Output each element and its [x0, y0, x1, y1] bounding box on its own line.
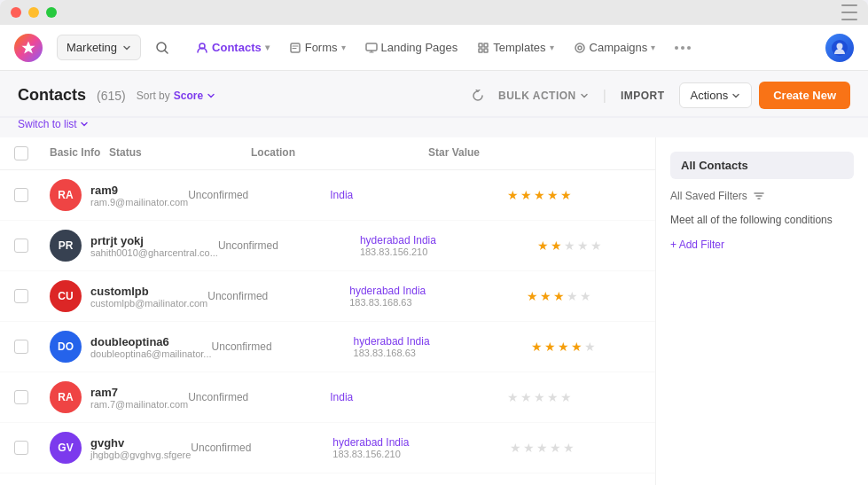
empty-star[interactable]: ★ — [567, 289, 578, 303]
empty-star[interactable]: ★ — [534, 390, 545, 404]
empty-star[interactable]: ★ — [510, 441, 521, 455]
nav-items: Contacts ▾ Forms ▾ Landing Pages — [187, 35, 700, 59]
empty-star[interactable]: ★ — [580, 289, 591, 303]
filled-star[interactable]: ★ — [553, 289, 565, 303]
add-filter-button[interactable]: + Add Filter — [670, 239, 854, 251]
bulk-chevron-icon — [580, 91, 589, 100]
empty-star[interactable]: ★ — [523, 441, 535, 455]
contact-info: RA ram7 ram.7@mailinator.com — [50, 381, 188, 413]
star-rating[interactable]: ★★★★★ — [507, 390, 655, 404]
table-header: Basic Info Status Location Star Value — [0, 137, 655, 170]
filled-star[interactable]: ★ — [537, 239, 549, 253]
maximize-button[interactable] — [46, 7, 57, 18]
star-rating[interactable]: ★★★★★ — [527, 289, 655, 303]
header-basic-info: Basic Info — [50, 146, 109, 160]
filled-star[interactable]: ★ — [547, 188, 559, 202]
sort-by: Sort by Score — [137, 90, 215, 102]
templates-chevron: ▾ — [550, 43, 554, 52]
window-chrome — [0, 0, 868, 25]
contact-location: hyderabad India 183.83.156.210 — [360, 234, 537, 257]
sub-header: Contacts (615) Sort by Score BULK ACTION… — [0, 71, 868, 116]
bulk-action-button[interactable]: BULK ACTION — [491, 86, 596, 106]
row-checkbox[interactable] — [14, 289, 28, 303]
landing-pages-nav-label: Landing Pages — [381, 41, 458, 54]
filled-star[interactable]: ★ — [560, 188, 572, 202]
filled-star[interactable]: ★ — [507, 188, 519, 202]
empty-star[interactable]: ★ — [590, 239, 602, 253]
location-city: hyderabad India — [354, 335, 531, 348]
actions-button[interactable]: Actions — [679, 82, 753, 108]
row-checkbox[interactable] — [14, 239, 28, 253]
filled-star[interactable]: ★ — [527, 289, 538, 303]
contact-avatar: PR — [50, 230, 82, 262]
create-new-button[interactable]: Create New — [759, 82, 850, 109]
import-button[interactable]: IMPORT — [614, 86, 672, 106]
nav-item-templates[interactable]: Templates ▾ — [468, 35, 562, 59]
empty-star[interactable]: ★ — [560, 390, 572, 404]
filled-star[interactable]: ★ — [534, 188, 545, 202]
contact-details: doubleoptina6 doubleoptina6@mailinator..… — [90, 335, 212, 359]
empty-star[interactable]: ★ — [550, 441, 561, 455]
filled-star[interactable]: ★ — [551, 239, 562, 253]
contact-email: ram.9@mailinator.com — [90, 197, 188, 207]
filled-star[interactable]: ★ — [540, 289, 551, 303]
marketing-dropdown[interactable]: Marketing — [57, 35, 141, 60]
header-star-value: Star Value — [428, 146, 606, 160]
table-section: Basic Info Status Location Star Value RA… — [0, 137, 655, 485]
refresh-icon[interactable] — [472, 90, 484, 102]
all-contacts-filter[interactable]: All Contacts — [670, 152, 854, 179]
sort-by-label: Sort by — [137, 90, 170, 102]
nav-item-forms[interactable]: Forms ▾ — [280, 35, 355, 59]
hamburger-icon[interactable] — [841, 3, 857, 22]
select-all-checkbox[interactable] — [14, 146, 28, 160]
table-row: CU customlpb customlpb@mailinator.com Un… — [0, 271, 655, 322]
row-checkbox-col — [14, 239, 50, 253]
sort-chevron-icon — [207, 91, 215, 100]
contact-location: hyderabad India 183.83.156.210 — [332, 436, 510, 459]
star-rating[interactable]: ★★★★★ — [507, 188, 655, 202]
row-checkbox[interactable] — [14, 441, 28, 455]
empty-star[interactable]: ★ — [536, 441, 548, 455]
empty-star[interactable]: ★ — [563, 441, 575, 455]
forms-icon — [289, 42, 301, 54]
contact-info: GV gvghv jhgbgb@gvghvg.sfgere — [50, 432, 191, 464]
contact-avatar: RA — [50, 381, 82, 413]
main-content: Basic Info Status Location Star Value RA… — [0, 137, 868, 485]
svg-point-8 — [575, 43, 584, 52]
nav-item-campaigns[interactable]: Campaigns ▾ — [565, 35, 665, 59]
actions-label: Actions — [691, 89, 729, 102]
row-checkbox[interactable] — [14, 390, 28, 404]
nav-item-contacts[interactable]: Contacts ▾ — [187, 35, 278, 59]
filled-star[interactable]: ★ — [531, 340, 543, 354]
empty-star[interactable]: ★ — [547, 390, 559, 404]
filled-star[interactable]: ★ — [520, 188, 532, 202]
star-rating[interactable]: ★★★★★ — [531, 340, 655, 354]
row-checkbox[interactable] — [14, 340, 28, 354]
empty-star[interactable]: ★ — [507, 390, 519, 404]
minimize-button[interactable] — [28, 7, 39, 18]
sort-value[interactable]: Score — [174, 90, 203, 102]
star-rating[interactable]: ★★★★★ — [510, 441, 655, 455]
contact-avatar: GV — [50, 432, 82, 464]
row-checkbox[interactable] — [14, 188, 28, 202]
campaigns-icon — [574, 42, 586, 54]
svg-rect-6 — [479, 49, 482, 52]
switch-to-list[interactable]: Switch to list — [18, 118, 850, 130]
row-checkbox-col — [14, 188, 50, 202]
contact-info: PR prtrjt yokj sahith0010@gharcentral.co… — [50, 230, 218, 262]
contact-avatar: DO — [50, 331, 82, 363]
close-button[interactable] — [11, 7, 21, 18]
saved-filters[interactable]: All Saved Filters — [670, 190, 854, 202]
empty-star[interactable]: ★ — [520, 390, 532, 404]
filled-star[interactable]: ★ — [571, 340, 583, 354]
more-nav-button[interactable] — [666, 41, 700, 55]
search-button[interactable] — [148, 34, 176, 62]
empty-star[interactable]: ★ — [564, 239, 575, 253]
nav-item-landing-pages[interactable]: Landing Pages — [356, 35, 467, 59]
empty-star[interactable]: ★ — [584, 340, 596, 354]
star-rating[interactable]: ★★★★★ — [537, 239, 655, 253]
filled-star[interactable]: ★ — [558, 340, 569, 354]
empty-star[interactable]: ★ — [577, 239, 589, 253]
filled-star[interactable]: ★ — [544, 340, 556, 354]
user-avatar[interactable] — [825, 34, 854, 62]
